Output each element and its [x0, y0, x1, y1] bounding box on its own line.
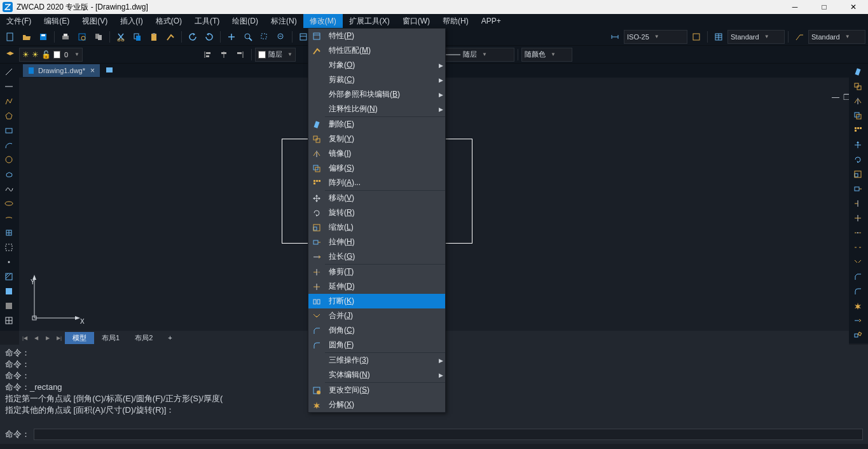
zoom-prev-icon[interactable] [273, 29, 289, 45]
open-icon[interactable] [19, 29, 34, 45]
menu-item[interactable]: 实体编辑(N)▶ [308, 368, 445, 382]
fillet-icon[interactable] [849, 284, 867, 298]
menu-item[interactable]: 修剪(T) [308, 265, 445, 279]
gradient-icon[interactable] [0, 284, 18, 298]
trim-icon[interactable] [849, 197, 867, 211]
align-right-icon[interactable] [233, 47, 248, 62]
array-icon[interactable] [849, 123, 867, 137]
menu-item[interactable]: 删除(E) [308, 117, 445, 132]
align-left-icon[interactable] [200, 47, 215, 62]
menu-item[interactable]: 格式(O) [149, 14, 188, 28]
cut-icon[interactable] [113, 29, 128, 45]
ellipse-icon[interactable] [0, 197, 18, 211]
copy-icon[interactable] [130, 29, 145, 45]
revcloud-icon[interactable] [0, 167, 18, 181]
menu-item[interactable]: 旋转(R) [308, 205, 445, 220]
minimize-button[interactable]: ─ [780, 0, 809, 14]
menu-item[interactable]: 文件(F) [0, 14, 38, 28]
plotcolor-combo[interactable]: 随颜色 ▼ [521, 48, 572, 62]
menu-item[interactable]: 分解(X) [308, 397, 445, 412]
menu-item[interactable]: 圆角(F) [308, 338, 445, 352]
tab-first-icon[interactable]: |◀ [19, 332, 31, 343]
explode-icon[interactable] [849, 299, 867, 313]
dimstyle-combo[interactable]: ISO-25▼ [624, 30, 687, 44]
region-icon[interactable] [0, 299, 18, 313]
insert-block-icon[interactable] [0, 226, 18, 240]
move-icon[interactable] [849, 138, 867, 152]
color-combo[interactable]: 随层 ▼ [255, 48, 296, 62]
offset-icon[interactable] [849, 109, 867, 123]
menu-item[interactable]: 对象(O)▶ [308, 58, 445, 73]
scale-icon[interactable] [849, 167, 867, 181]
menu-item[interactable]: 标注(N) [265, 14, 303, 28]
line-icon[interactable] [0, 65, 18, 79]
table2-icon[interactable] [0, 314, 18, 328]
align-icon[interactable] [849, 328, 867, 342]
circle-icon[interactable] [0, 153, 18, 167]
table-icon[interactable] [711, 29, 726, 45]
join-icon[interactable] [849, 255, 867, 269]
layer-manage-icon[interactable] [3, 47, 18, 62]
layout-tab[interactable]: 布局1 [94, 332, 127, 344]
print-icon[interactable] [58, 29, 73, 45]
tab-next-icon[interactable]: ▶ [42, 332, 53, 343]
polygon-icon[interactable] [0, 109, 18, 123]
leader-icon[interactable] [792, 29, 807, 45]
preview-icon[interactable] [74, 29, 90, 45]
menu-item[interactable]: 拉伸(H) [308, 235, 445, 249]
layout-tab[interactable]: 布局2 [127, 332, 160, 344]
menu-item[interactable]: 工具(T) [188, 14, 226, 28]
menu-item[interactable]: 打断(K) [308, 294, 445, 308]
rotate-icon[interactable] [849, 153, 867, 167]
menu-item[interactable]: 复制(Y) [308, 132, 445, 146]
paste-icon[interactable] [146, 29, 162, 45]
chamfer-icon[interactable] [849, 270, 867, 284]
pan-icon[interactable] [224, 29, 239, 45]
rectangle-icon[interactable] [0, 123, 18, 137]
maximize-button[interactable]: □ [809, 0, 839, 14]
layout-add-button[interactable]: + [160, 333, 176, 343]
menu-item[interactable]: 缩放(L) [308, 220, 445, 235]
undo-icon[interactable] [185, 29, 200, 45]
menu-item[interactable]: 偏移(S) [308, 161, 445, 176]
pline-icon[interactable] [0, 94, 18, 108]
menu-item[interactable]: 特性(P) [308, 29, 445, 43]
menu-item[interactable]: 阵列(A)... [308, 176, 445, 190]
menu-item[interactable]: 注释性比例(N)▶ [308, 102, 445, 116]
menu-item[interactable]: 扩展工具(X) [343, 14, 396, 28]
menu-item[interactable]: 剪裁(C)▶ [308, 73, 445, 87]
linetype-combo[interactable]: 随层 ▼ [438, 48, 514, 62]
erase-icon[interactable] [849, 65, 867, 79]
menu-item[interactable]: 更改空间(S) [308, 383, 445, 397]
align-center-icon[interactable] [216, 47, 231, 62]
copy2-icon[interactable] [849, 79, 867, 93]
menu-item[interactable]: 特性匹配(M) [308, 43, 445, 58]
spline-icon[interactable] [0, 182, 18, 196]
point-icon[interactable] [0, 255, 18, 269]
save-icon[interactable] [36, 29, 51, 45]
break-icon[interactable] [849, 240, 867, 254]
menu-item[interactable]: 帮助(H) [436, 14, 475, 28]
drawing-minimize-icon[interactable]: — [832, 93, 839, 102]
dim-icon[interactable] [607, 29, 623, 45]
menu-item[interactable]: 窗口(W) [396, 14, 436, 28]
menu-item[interactable]: 修改(M) [303, 14, 343, 28]
file-tab[interactable]: Drawing1.dwg* × [23, 64, 100, 77]
menu-item[interactable]: 移动(V) [308, 191, 445, 205]
tab-last-icon[interactable]: ▶| [53, 332, 65, 343]
redo-icon[interactable] [202, 29, 217, 45]
command-input[interactable] [34, 429, 863, 440]
tab-close-icon[interactable]: × [90, 66, 95, 75]
tab-prev-icon[interactable]: ◀ [31, 332, 42, 343]
menu-item[interactable]: 绘图(D) [226, 14, 265, 28]
make-block-icon[interactable] [0, 240, 18, 254]
menu-item[interactable]: 三维操作(3)▶ [308, 353, 445, 368]
mirror-icon[interactable] [849, 94, 867, 108]
zoom-rt-icon[interactable] [240, 29, 256, 45]
publish-icon[interactable] [91, 29, 106, 45]
menu-item[interactable]: 外部参照和块编辑(B)▶ [308, 87, 445, 102]
dimstyle-manage-icon[interactable] [689, 29, 704, 45]
menu-item[interactable]: 合并(J) [308, 308, 445, 323]
lengthen-icon[interactable] [849, 314, 867, 328]
tablestyle-combo[interactable]: Standard▼ [727, 30, 785, 44]
